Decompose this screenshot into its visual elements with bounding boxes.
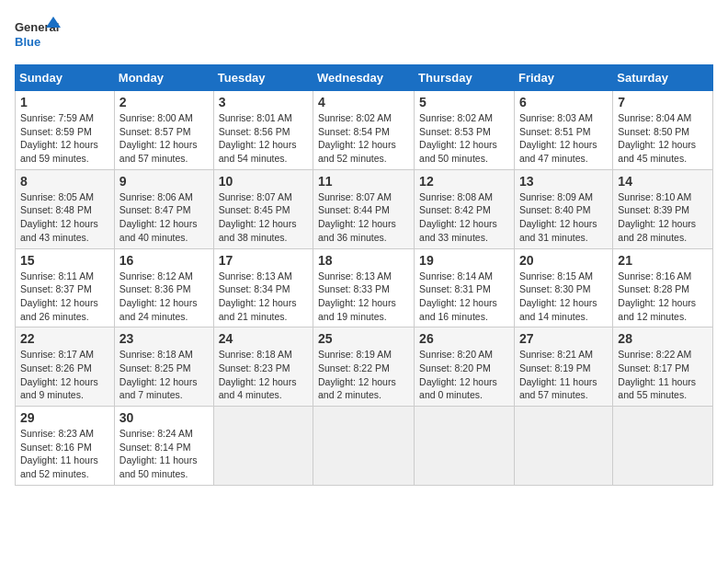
calendar-cell: 29 Sunrise: 8:23 AMSunset: 8:16 PMDaylig… [16,407,115,486]
day-number: 15 [20,253,109,268]
calendar-cell: 25 Sunrise: 8:19 AMSunset: 8:22 PMDaylig… [313,327,415,407]
calendar-cell: 23 Sunrise: 8:18 AMSunset: 8:25 PMDaylig… [114,327,213,407]
calendar-cell: 26 Sunrise: 8:20 AMSunset: 8:20 PMDaylig… [415,327,515,407]
day-info: Sunrise: 8:23 AMSunset: 8:16 PMDaylight:… [20,428,98,479]
day-info: Sunrise: 8:02 AMSunset: 8:53 PMDaylight:… [419,112,497,164]
calendar-cell [313,407,415,486]
day-number: 22 [20,331,109,346]
day-number: 6 [519,95,608,109]
svg-text:Blue: Blue [15,35,40,49]
day-info: Sunrise: 8:08 AMSunset: 8:42 PMDaylight:… [419,191,497,243]
day-number: 28 [618,331,708,346]
calendar-week-1: 1 Sunrise: 7:59 AMSunset: 8:59 PMDayligh… [16,91,713,170]
day-info: Sunrise: 8:22 AMSunset: 8:17 PMDaylight:… [618,349,696,400]
calendar-week-5: 29 Sunrise: 8:23 AMSunset: 8:16 PMDaylig… [16,407,713,486]
header-cell-thursday: Thursday [415,65,515,91]
calendar-cell [613,407,713,486]
calendar-cell: 12 Sunrise: 8:08 AMSunset: 8:42 PMDaylig… [415,169,515,248]
day-info: Sunrise: 8:11 AMSunset: 8:37 PMDaylight:… [20,270,98,322]
day-number: 19 [419,253,509,268]
day-number: 29 [20,410,109,425]
day-info: Sunrise: 8:10 AMSunset: 8:39 PMDaylight:… [618,191,696,243]
day-info: Sunrise: 8:24 AMSunset: 8:14 PMDaylight:… [119,428,198,479]
day-number: 30 [119,410,209,425]
header-cell-wednesday: Wednesday [313,65,415,91]
day-number: 5 [419,95,509,109]
day-info: Sunrise: 8:20 AMSunset: 8:20 PMDaylight:… [419,349,497,400]
day-number: 18 [318,253,409,268]
day-info: Sunrise: 8:07 AMSunset: 8:44 PMDaylight:… [318,191,396,243]
day-info: Sunrise: 8:14 AMSunset: 8:31 PMDaylight:… [419,270,497,322]
calendar-cell: 24 Sunrise: 8:18 AMSunset: 8:23 PMDaylig… [213,327,313,407]
calendar-cell: 11 Sunrise: 8:07 AMSunset: 8:44 PMDaylig… [313,169,415,248]
day-number: 7 [618,95,708,109]
calendar-week-4: 22 Sunrise: 8:17 AMSunset: 8:26 PMDaylig… [16,327,713,407]
header-row: SundayMondayTuesdayWednesdayThursdayFrid… [16,65,713,91]
page-header: General Blue [15,15,713,53]
header-cell-monday: Monday [114,65,213,91]
day-info: Sunrise: 8:15 AMSunset: 8:30 PMDaylight:… [519,270,597,322]
calendar-cell: 21 Sunrise: 8:16 AMSunset: 8:28 PMDaylig… [613,248,713,327]
day-number: 25 [318,331,409,346]
day-info: Sunrise: 8:13 AMSunset: 8:33 PMDaylight:… [318,270,396,322]
calendar-cell: 19 Sunrise: 8:14 AMSunset: 8:31 PMDaylig… [415,248,515,327]
header-cell-sunday: Sunday [16,65,115,91]
calendar-cell: 9 Sunrise: 8:06 AMSunset: 8:47 PMDayligh… [114,169,213,248]
calendar-cell: 6 Sunrise: 8:03 AMSunset: 8:51 PMDayligh… [514,91,612,170]
day-info: Sunrise: 8:06 AMSunset: 8:47 PMDaylight:… [119,191,198,243]
day-number: 3 [219,95,308,109]
calendar-cell: 27 Sunrise: 8:21 AMSunset: 8:19 PMDaylig… [514,327,612,407]
day-number: 21 [618,253,708,268]
day-info: Sunrise: 8:19 AMSunset: 8:22 PMDaylight:… [318,349,396,400]
day-info: Sunrise: 8:07 AMSunset: 8:45 PMDaylight:… [219,191,297,243]
day-info: Sunrise: 8:16 AMSunset: 8:28 PMDaylight:… [618,270,696,322]
calendar-cell: 3 Sunrise: 8:01 AMSunset: 8:56 PMDayligh… [213,91,313,170]
day-number: 1 [20,95,109,109]
logo-svg: General Blue [15,15,61,53]
day-number: 2 [119,95,209,109]
day-number: 9 [119,174,209,189]
header-cell-friday: Friday [514,65,612,91]
calendar-cell: 30 Sunrise: 8:24 AMSunset: 8:14 PMDaylig… [114,407,213,486]
day-info: Sunrise: 8:18 AMSunset: 8:25 PMDaylight:… [119,349,198,400]
header-cell-saturday: Saturday [613,65,713,91]
calendar-week-3: 15 Sunrise: 8:11 AMSunset: 8:37 PMDaylig… [16,248,713,327]
day-info: Sunrise: 7:59 AMSunset: 8:59 PMDaylight:… [20,112,98,164]
day-info: Sunrise: 8:21 AMSunset: 8:19 PMDaylight:… [519,349,597,400]
calendar-cell: 5 Sunrise: 8:02 AMSunset: 8:53 PMDayligh… [415,91,515,170]
calendar-cell: 13 Sunrise: 8:09 AMSunset: 8:40 PMDaylig… [514,169,612,248]
calendar-cell: 7 Sunrise: 8:04 AMSunset: 8:50 PMDayligh… [613,91,713,170]
day-number: 10 [219,174,308,189]
day-info: Sunrise: 8:17 AMSunset: 8:26 PMDaylight:… [20,349,98,400]
day-info: Sunrise: 8:02 AMSunset: 8:54 PMDaylight:… [318,112,396,164]
calendar-cell [514,407,612,486]
day-info: Sunrise: 8:05 AMSunset: 8:48 PMDaylight:… [20,191,98,243]
day-info: Sunrise: 8:03 AMSunset: 8:51 PMDaylight:… [519,112,597,164]
day-info: Sunrise: 8:13 AMSunset: 8:34 PMDaylight:… [219,270,297,322]
day-info: Sunrise: 8:01 AMSunset: 8:56 PMDaylight:… [219,112,297,164]
day-number: 20 [519,253,608,268]
calendar-cell: 18 Sunrise: 8:13 AMSunset: 8:33 PMDaylig… [313,248,415,327]
day-number: 13 [519,174,608,189]
day-number: 26 [419,331,509,346]
day-info: Sunrise: 8:18 AMSunset: 8:23 PMDaylight:… [219,349,297,400]
calendar-cell: 14 Sunrise: 8:10 AMSunset: 8:39 PMDaylig… [613,169,713,248]
calendar-cell: 10 Sunrise: 8:07 AMSunset: 8:45 PMDaylig… [213,169,313,248]
day-number: 23 [119,331,209,346]
day-info: Sunrise: 8:12 AMSunset: 8:36 PMDaylight:… [119,270,198,322]
day-number: 11 [318,174,409,189]
calendar-cell [415,407,515,486]
logo: General Blue [15,15,61,53]
calendar-week-2: 8 Sunrise: 8:05 AMSunset: 8:48 PMDayligh… [16,169,713,248]
calendar-cell: 17 Sunrise: 8:13 AMSunset: 8:34 PMDaylig… [213,248,313,327]
calendar-cell: 1 Sunrise: 7:59 AMSunset: 8:59 PMDayligh… [16,91,115,170]
day-number: 24 [219,331,308,346]
calendar-cell: 15 Sunrise: 8:11 AMSunset: 8:37 PMDaylig… [16,248,115,327]
day-number: 16 [119,253,209,268]
day-number: 14 [618,174,708,189]
day-number: 27 [519,331,608,346]
calendar-cell: 4 Sunrise: 8:02 AMSunset: 8:54 PMDayligh… [313,91,415,170]
day-info: Sunrise: 8:09 AMSunset: 8:40 PMDaylight:… [519,191,597,243]
calendar-cell: 20 Sunrise: 8:15 AMSunset: 8:30 PMDaylig… [514,248,612,327]
calendar-cell: 22 Sunrise: 8:17 AMSunset: 8:26 PMDaylig… [16,327,115,407]
